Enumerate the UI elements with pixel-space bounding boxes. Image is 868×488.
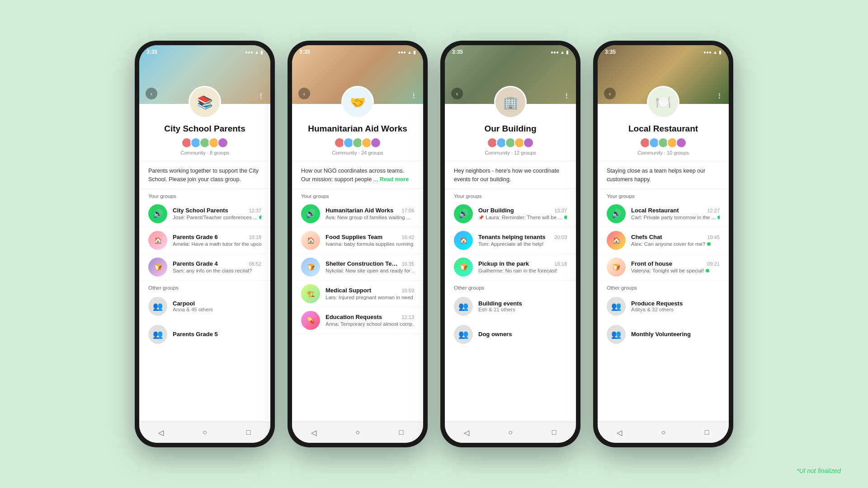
header-image: 3:35 ●●● ▲ ▮ ‹ ⋮ 🏢 xyxy=(445,45,576,104)
group-avatar: 🍞 xyxy=(607,258,626,277)
other-group-name: Produce Requests xyxy=(631,300,683,307)
nav-home-icon[interactable]: ○ xyxy=(505,427,515,437)
community-icon: 📚 xyxy=(189,86,221,118)
phone-screen: 3:35 ●●● ▲ ▮ ‹ ⋮ 📚 City School Parents xyxy=(139,45,270,443)
more-options-button[interactable]: ⋮ xyxy=(716,92,722,99)
group-item[interactable]: 🍞 Front of house 09:21 Valeryia: Tonight… xyxy=(598,254,729,281)
phone-phone-building: 3:35 ●●● ▲ ▮ ‹ ⋮ 🏢 Our Building C xyxy=(440,41,580,447)
group-name: City School Parents xyxy=(173,207,228,214)
signal-icon: ●●● xyxy=(398,50,406,55)
group-item[interactable]: 🍞 Pickup in the park 18:18 Guilherme: No… xyxy=(445,254,576,281)
group-time: 12:13 xyxy=(401,314,414,320)
group-info: Local Restaurant 12:27 Carl: Private par… xyxy=(631,207,720,220)
nav-home-icon[interactable]: ○ xyxy=(200,427,210,437)
more-options-button[interactable]: ⋮ xyxy=(410,92,417,99)
group-item[interactable]: 🍞 Shelter Construction Team 16:35 Nykola… xyxy=(292,254,423,281)
back-button[interactable]: ‹ xyxy=(298,88,310,99)
member-avatar xyxy=(370,137,381,148)
nav-home-icon[interactable]: ○ xyxy=(658,427,668,437)
groups-section: Your groups 🔊 Our Building 13:37 📌Laura:… xyxy=(445,189,576,422)
group-name: Our Building xyxy=(478,207,514,214)
more-options-button[interactable]: ⋮ xyxy=(563,92,570,99)
signal-icon: ●●● xyxy=(245,50,253,55)
wifi-icon: ▲ xyxy=(560,50,565,55)
group-item[interactable]: 🔊 Humanitarian Aid Works 17:06 Ava: New … xyxy=(292,201,423,227)
nav-back-icon[interactable]: ◁ xyxy=(614,427,624,437)
group-time: 16:42 xyxy=(401,235,414,240)
group-item[interactable]: 🔊 Local Restaurant 12:27 Carl: Private p… xyxy=(598,201,729,227)
status-bar: 3:35 ●●● ▲ ▮ xyxy=(146,49,263,55)
phone-content: Our Building Community · 12 groups Hey n… xyxy=(445,104,576,443)
groups-section: Your groups 🔊 Local Restaurant 12:27 Car… xyxy=(598,189,729,422)
bottom-navigation: ◁ ○ □ xyxy=(292,422,423,443)
group-item[interactable]: 🏠 Chefs Chat 10:45 Alex: Can anyone cove… xyxy=(598,227,729,254)
pin-icon: 📌 xyxy=(478,215,484,220)
group-info: Parents Grade 4 08:52 Sam: any info on t… xyxy=(173,260,261,273)
phone-content: Humanitarian Aid Works Community · 24 gr… xyxy=(292,104,423,443)
community-description: Staying close as a team helps keep our c… xyxy=(598,161,729,189)
group-name-row: Food Supplies Team 16:42 xyxy=(326,234,414,240)
group-item[interactable]: 🍞 Parents Grade 4 08:52 Sam: any info on… xyxy=(139,254,270,281)
nav-back-icon[interactable]: ◁ xyxy=(156,427,166,437)
group-time: 17:06 xyxy=(401,208,414,213)
other-group-name: Monthly Volunteering xyxy=(631,331,691,338)
community-description: Hey neighbors - here's how we coordinate… xyxy=(445,161,576,189)
group-info: Medical Support 15:59 Lars: Injured preg… xyxy=(326,287,414,300)
battery-icon: ▮ xyxy=(260,50,263,55)
nav-recents-icon[interactable]: □ xyxy=(549,427,559,437)
status-bar: 3:35 ●●● ▲ ▮ xyxy=(605,49,722,55)
nav-back-icon[interactable]: ◁ xyxy=(309,427,319,437)
group-name-row: Shelter Construction Team 16:35 xyxy=(326,260,414,267)
nav-back-icon[interactable]: ◁ xyxy=(462,427,472,437)
back-button[interactable]: ‹ xyxy=(451,88,463,99)
group-info: Education Requests 12:13 Anna: Temporary… xyxy=(326,314,414,327)
group-last-message: Amelia: Have a math tutor for the upco..… xyxy=(173,241,261,247)
more-options-button[interactable]: ⋮ xyxy=(258,92,264,99)
group-item[interactable]: 💊 Education Requests 12:13 Anna: Tempora… xyxy=(292,307,423,334)
nav-recents-icon[interactable]: □ xyxy=(244,427,254,437)
other-group-item[interactable]: 👥 Dog owners xyxy=(445,320,576,348)
nav-home-icon[interactable]: ○ xyxy=(353,427,363,437)
wifi-icon: ▲ xyxy=(713,50,717,55)
back-button[interactable]: ‹ xyxy=(146,88,157,99)
group-time: 10:18 xyxy=(249,235,261,240)
other-group-item[interactable]: 👥 Building events Esh & 21 others xyxy=(445,292,576,320)
other-group-item[interactable]: 👥 Monthly Volunteering xyxy=(598,320,729,348)
group-name-row: Front of house 09:21 xyxy=(631,260,720,267)
group-item[interactable]: 🔊 Our Building 13:37 📌Laura: Reminder: T… xyxy=(445,201,576,227)
signal-icon: ●●● xyxy=(551,50,559,55)
group-item[interactable]: 🔊 City School Parents 12:37 José: Parent… xyxy=(139,201,270,227)
group-last-message: Valeryia: Tonight will be special! xyxy=(631,268,720,273)
group-info: Food Supplies Team 16:42 Ivanna: baby fo… xyxy=(326,234,414,247)
community-meta: Community · 8 groups xyxy=(148,150,261,155)
nav-recents-icon[interactable]: □ xyxy=(396,427,406,437)
group-info: Humanitarian Aid Works 17:06 Ava: New gr… xyxy=(326,207,414,220)
group-item[interactable]: 🏗️ Medical Support 15:59 Lars: Injured p… xyxy=(292,281,423,307)
nav-recents-icon[interactable]: □ xyxy=(702,427,712,437)
group-name: Humanitarian Aid Works xyxy=(326,207,393,214)
community-meta: Community · 10 groups xyxy=(607,150,720,155)
community-icon: 🤝 xyxy=(341,86,374,118)
community-name: City School Parents xyxy=(148,124,261,134)
watermark-text: *UI not finalized xyxy=(797,467,841,474)
read-more-link[interactable]: Read more xyxy=(380,176,409,183)
group-avatar: 🔊 xyxy=(301,204,320,223)
group-info: Pickup in the park 18:18 Guilherme: No r… xyxy=(478,260,567,273)
group-name-row: Our Building 13:37 xyxy=(478,207,567,214)
other-group-item[interactable]: 👥 Parents Grade 5 xyxy=(139,320,270,348)
group-item[interactable]: 🏠 Parents Grade 6 10:18 Amelia: Have a m… xyxy=(139,227,270,254)
group-name: Medical Support xyxy=(326,287,371,294)
group-last-message: Ivanna: baby formula supplies running ..… xyxy=(326,241,414,247)
group-item[interactable]: 🏠 Tenants helping tenants 20:03 Tom: App… xyxy=(445,227,576,254)
group-avatar: 🔊 xyxy=(454,204,473,223)
other-group-avatar: 👥 xyxy=(454,325,473,344)
back-button[interactable]: ‹ xyxy=(604,88,616,99)
phone-phone-humanitarian: 3:35 ●●● ▲ ▮ ‹ ⋮ 🤝 Humanitarian Aid Work… xyxy=(288,41,428,447)
other-group-item[interactable]: 👥 Carpool Anna & 45 others xyxy=(139,292,270,320)
other-group-item[interactable]: 👥 Produce Requests Aditya & 32 others xyxy=(598,292,729,320)
phone-content: City School Parents Community · 8 groups… xyxy=(139,104,270,443)
group-time: 10:45 xyxy=(707,235,720,240)
bottom-navigation: ◁ ○ □ xyxy=(139,422,270,443)
group-item[interactable]: 🏠 Food Supplies Team 16:42 Ivanna: baby … xyxy=(292,227,423,254)
group-avatar: 🍞 xyxy=(148,258,167,277)
